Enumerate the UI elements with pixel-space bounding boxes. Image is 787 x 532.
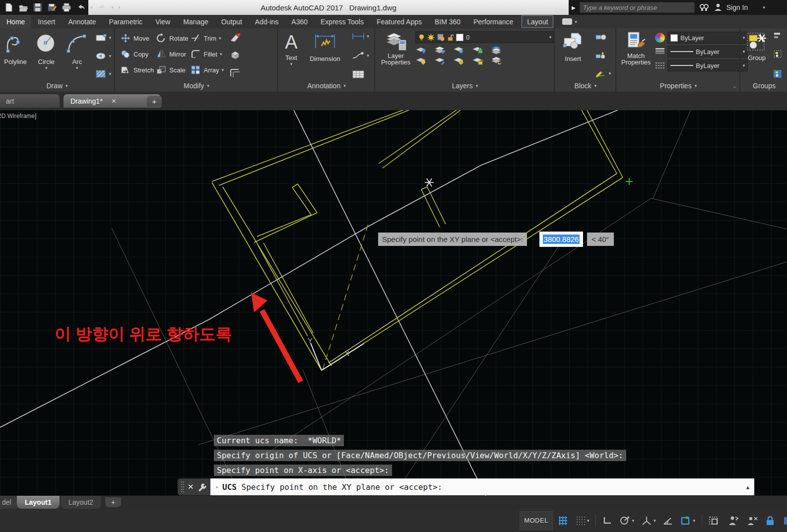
layer-select-dropdown-icon[interactable]: ▾ <box>549 35 552 40</box>
arc-button[interactable]: Arc ▾ <box>64 30 90 80</box>
save-icon[interactable] <box>33 2 43 12</box>
trim-dropdown-icon[interactable]: ▾ <box>219 36 221 41</box>
new-layout-button[interactable]: + <box>105 497 121 507</box>
command-grip-icon[interactable] <box>181 481 184 492</box>
text-button[interactable]: A Text ▾ <box>283 30 299 80</box>
redo-icon[interactable] <box>97 2 107 12</box>
arc-dropdown-icon[interactable]: ▾ <box>76 65 78 70</box>
panel-label-annotation[interactable]: Annotation▾ <box>279 81 374 91</box>
fillet-button[interactable]: Fillet▾ <box>191 46 224 62</box>
offset-tool-icon[interactable] <box>229 67 242 78</box>
tab-bim-360[interactable]: BIM 360 <box>428 15 467 28</box>
panel-label-draw[interactable]: Draw▾ <box>0 81 114 91</box>
move-button[interactable]: Move <box>120 30 154 46</box>
tab-parametric[interactable]: Parametric <box>102 15 149 28</box>
ui-lock-button[interactable] <box>763 514 777 528</box>
undo-icon[interactable] <box>76 2 86 12</box>
annotation-scale-button[interactable] <box>744 514 760 528</box>
panel-label-groups[interactable]: Groups <box>741 81 787 91</box>
copy-button[interactable]: Copy <box>120 46 154 62</box>
lineweight-select[interactable]: ByLayer ▾ <box>667 46 748 58</box>
layer-properties-button[interactable]: Layer Properties <box>379 30 412 80</box>
rectangle-dropdown-icon[interactable]: ▾ <box>109 35 111 40</box>
linear-dim-icon[interactable] <box>351 32 365 40</box>
ellipse-tool-icon[interactable] <box>95 52 107 60</box>
layer-viewport-freeze-icon[interactable] <box>453 57 465 65</box>
snap-dropdown-icon[interactable]: ▾ <box>587 518 590 523</box>
ungroup-icon[interactable] <box>773 32 783 39</box>
command-customize-icon[interactable] <box>197 482 206 491</box>
linetype-select[interactable]: ByLayer ▾ <box>667 59 748 71</box>
mirror-button[interactable]: Mirror <box>156 46 188 62</box>
command-history-toggle-icon[interactable]: ▲ <box>746 484 749 490</box>
group-selectable-icon[interactable] <box>773 69 783 78</box>
viewport-control-label[interactable]: 2D Wireframe] <box>0 113 36 119</box>
hatch-dropdown-icon[interactable]: ▾ <box>109 71 111 76</box>
tab-output[interactable]: Output <box>215 15 249 28</box>
trim-button[interactable]: Trim▾ <box>191 30 224 46</box>
tab-performance[interactable]: Performance <box>467 15 520 28</box>
panel-label-properties[interactable]: Properties▾ ⌐ <box>617 81 739 91</box>
layer-edit-icon[interactable] <box>434 46 446 54</box>
object-snap-tracking-button[interactable] <box>660 514 675 528</box>
layer-state-icon[interactable] <box>491 57 503 65</box>
isometric-drafting-button[interactable]: ▾ <box>639 514 658 528</box>
table-icon[interactable] <box>351 70 365 78</box>
rotate-button[interactable]: Rotate <box>156 30 188 46</box>
erase-tool-icon[interactable] <box>229 32 242 43</box>
tab-layout[interactable]: Layout <box>522 15 553 28</box>
autoscale-button[interactable] <box>725 514 741 528</box>
osnap-dropdown-icon[interactable]: ▾ <box>693 518 695 523</box>
tab-manage[interactable]: Manage <box>177 15 215 28</box>
dynamic-input-field[interactable]: 3800.8826 <box>539 232 583 247</box>
text-dropdown-icon[interactable]: ▾ <box>290 61 293 66</box>
linetype-icon[interactable] <box>655 61 665 69</box>
ortho-mode-button[interactable] <box>600 514 614 528</box>
tab-layout2[interactable]: Layout2 <box>61 496 101 509</box>
qat-customize-icon[interactable]: ▾ <box>118 5 121 10</box>
ribbon-minimize-button[interactable]: ▾ <box>562 15 577 28</box>
color-select[interactable]: ByLayer ▾ <box>667 32 748 44</box>
command-close-icon[interactable]: ✕ <box>188 482 194 491</box>
undo-dropdown-icon[interactable]: ▾ <box>90 5 93 10</box>
dim-dropdown-icon[interactable]: ▾ <box>367 34 369 39</box>
grid-display-button[interactable] <box>556 514 571 528</box>
layer-off-icon[interactable] <box>415 57 427 65</box>
plot-icon[interactable] <box>62 2 71 12</box>
polyline-button[interactable]: Polyline <box>2 30 29 80</box>
leader-dropdown-icon[interactable]: ▾ <box>367 53 369 58</box>
panel-label-block[interactable]: Block▾ <box>556 81 615 91</box>
dimension-button[interactable]: Dimension <box>308 30 342 80</box>
panel-label-modify[interactable]: Modify▾ <box>116 81 277 91</box>
tab-annotate[interactable]: Annotate <box>62 15 102 28</box>
ellipse-dropdown-icon[interactable]: ▾ <box>109 54 111 59</box>
drawing-canvas[interactable]: 2D Wireframe] Y X Specify point on the X… <box>0 110 787 496</box>
match-properties-button[interactable]: Match Properties <box>619 30 653 80</box>
group-button[interactable]: Group <box>743 30 770 80</box>
new-icon[interactable] <box>4 2 14 12</box>
object-color-icon[interactable] <box>655 33 665 43</box>
tab-featured-apps[interactable]: Featured Apps <box>370 15 428 28</box>
isolate-objects-button[interactable] <box>780 514 787 528</box>
new-drawing-tab-button[interactable]: + <box>147 96 162 107</box>
object-snap-button[interactable]: ▾ <box>678 514 697 528</box>
properties-dialog-launcher-icon[interactable]: ⌐ <box>733 84 736 90</box>
layer-unlock2-icon[interactable] <box>472 57 484 65</box>
file-tab-start[interactable]: art <box>0 94 60 108</box>
leader-icon[interactable] <box>351 52 365 59</box>
tab-express-tools[interactable]: Express Tools <box>314 15 370 28</box>
array-button[interactable]: Array▾ <box>191 62 224 78</box>
signin-dropdown-icon[interactable]: ▾ <box>763 5 765 10</box>
tab-insert[interactable]: Insert <box>31 15 62 28</box>
tab-home[interactable]: Home <box>0 15 31 28</box>
command-line-handle[interactable]: ✕ <box>178 478 210 495</box>
hatch-tool-icon[interactable] <box>95 69 107 78</box>
fillet-dropdown-icon[interactable]: ▾ <box>220 52 222 57</box>
command-input[interactable]: ▾ UCS Specify point on the XY plane or <… <box>210 478 754 495</box>
panel-label-layers[interactable]: Layers▾ <box>376 81 554 91</box>
tab-layout1[interactable]: Layout1 <box>17 496 60 509</box>
search-icon[interactable] <box>699 3 710 12</box>
block-editor-icon[interactable]: ▾ <box>594 68 611 78</box>
polar-tracking-button[interactable]: ▾ <box>617 514 636 528</box>
create-block-icon[interactable] <box>594 32 611 42</box>
